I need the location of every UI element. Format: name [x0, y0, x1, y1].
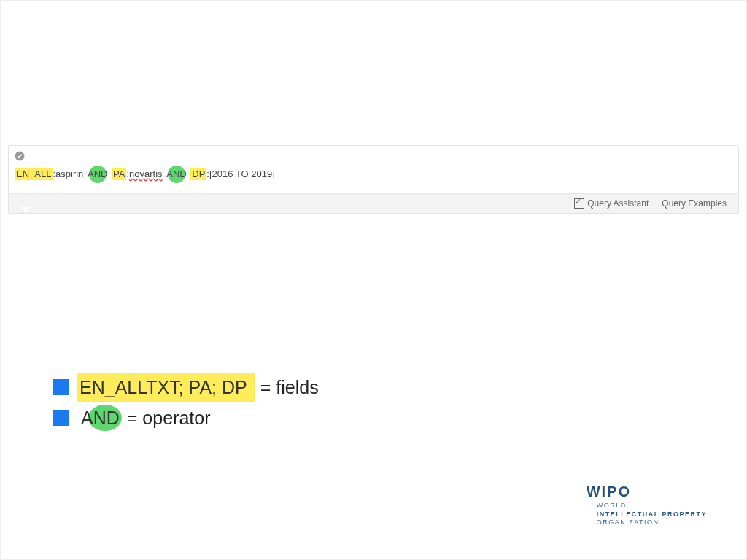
- legend-and-text: AND: [77, 403, 124, 432]
- wipo-logo-sub: WORLD INTELLECTUAL PROPERTY ORGANIZATION: [597, 502, 707, 527]
- legend-row-fields: EN_ALLTXT; PA; DP = fields: [53, 373, 322, 402]
- speech-tail-icon: [20, 207, 31, 214]
- checkbox-checked-icon: [574, 198, 584, 209]
- query-assistant-link[interactable]: Query Assistant: [574, 198, 649, 209]
- slide: EN_ALL:aspirin AND PA:novartis AND DP:[2…: [0, 0, 747, 560]
- query-examples-link[interactable]: Query Examples: [662, 198, 727, 209]
- field-en-all: EN_ALL: [15, 168, 53, 180]
- legend-operator-label: = operator: [127, 403, 211, 432]
- legend-row-operator: AND = operator: [53, 403, 322, 432]
- wipo-line3: ORGANIZATION: [597, 518, 707, 527]
- field-dp: DP: [190, 168, 206, 180]
- wipo-line2: INTELLECTUAL PROPERTY: [597, 510, 707, 519]
- bullet-icon: [53, 410, 69, 426]
- query-assistant-label: Query Assistant: [587, 198, 649, 209]
- query-input-area[interactable]: EN_ALL:aspirin AND PA:novartis AND DP:[2…: [9, 146, 738, 193]
- term-novartis: novartis: [129, 168, 163, 179]
- legend-fields-label: = fields: [260, 373, 319, 402]
- query-footer-bar: Query Assistant Query Examples: [9, 193, 738, 213]
- wipo-line1: WORLD: [597, 502, 707, 510]
- field-pa: PA: [112, 168, 126, 180]
- term-range: [2016 TO 2019]: [209, 168, 275, 179]
- operator-and-1: AND: [86, 167, 109, 182]
- legend: EN_ALLTXT; PA; DP = fields AND = operato…: [53, 373, 322, 434]
- bullet-icon: [53, 379, 69, 395]
- wipo-logo: WIPO WORLD INTELLECTUAL PROPERTY ORGANIZ…: [587, 483, 707, 527]
- query-examples-label: Query Examples: [662, 198, 727, 209]
- query-panel: EN_ALL:aspirin AND PA:novartis AND DP:[2…: [8, 145, 739, 214]
- wipo-logo-main: WIPO: [587, 483, 707, 500]
- query-line[interactable]: EN_ALL:aspirin AND PA:novartis AND DP:[2…: [15, 167, 732, 182]
- operator-and-2: AND: [165, 167, 187, 182]
- legend-fields-text: EN_ALLTXT; PA; DP: [77, 373, 255, 402]
- valid-check-icon: [15, 150, 732, 166]
- term-aspirin: aspirin: [55, 168, 83, 179]
